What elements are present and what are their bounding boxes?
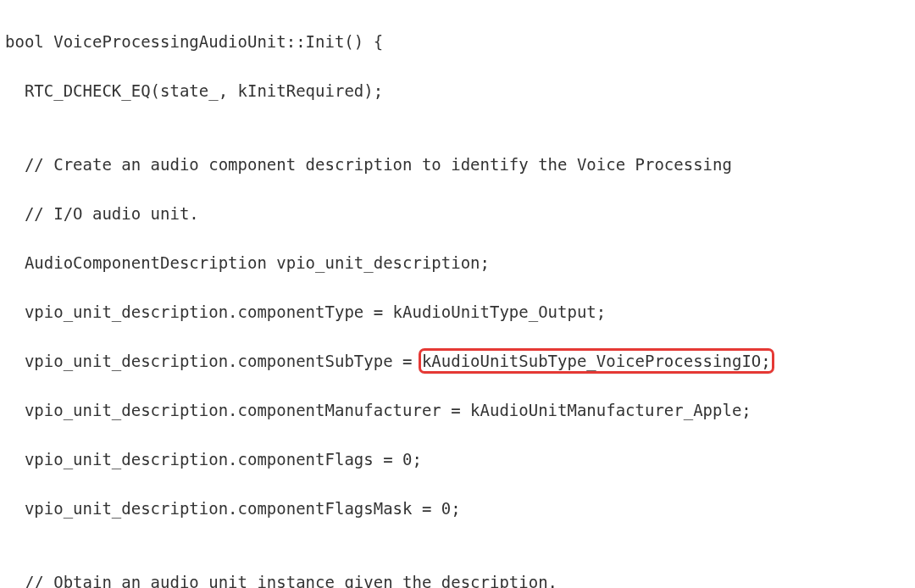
code-block: bool VoiceProcessingAudioUnit::Init() { … [0, 0, 915, 588]
code-line: vpio_unit_description.componentFlagsMask… [5, 496, 912, 521]
code-comment: // Obtain an audio unit instance given t… [5, 570, 912, 588]
code-line: AudioComponentDescription vpio_unit_desc… [5, 251, 912, 275]
code-line: vpio_unit_description.componentFlags = 0… [5, 447, 912, 472]
code-comment: // I/O audio unit. [5, 202, 912, 226]
code-line: vpio_unit_description.componentType = kA… [5, 300, 912, 325]
code-line-highlighted: vpio_unit_description.componentSubType =… [5, 349, 912, 374]
code-comment: // Create an audio component description… [5, 153, 912, 177]
code-line: vpio_unit_description.componentManufactu… [5, 398, 912, 423]
code-line: bool VoiceProcessingAudioUnit::Init() { [5, 30, 912, 54]
code-line: RTC_DCHECK_EQ(state_, kInitRequired); [5, 79, 912, 103]
highlighted-token: kAudioUnitSubType_VoiceProcessingIO; [422, 352, 771, 370]
